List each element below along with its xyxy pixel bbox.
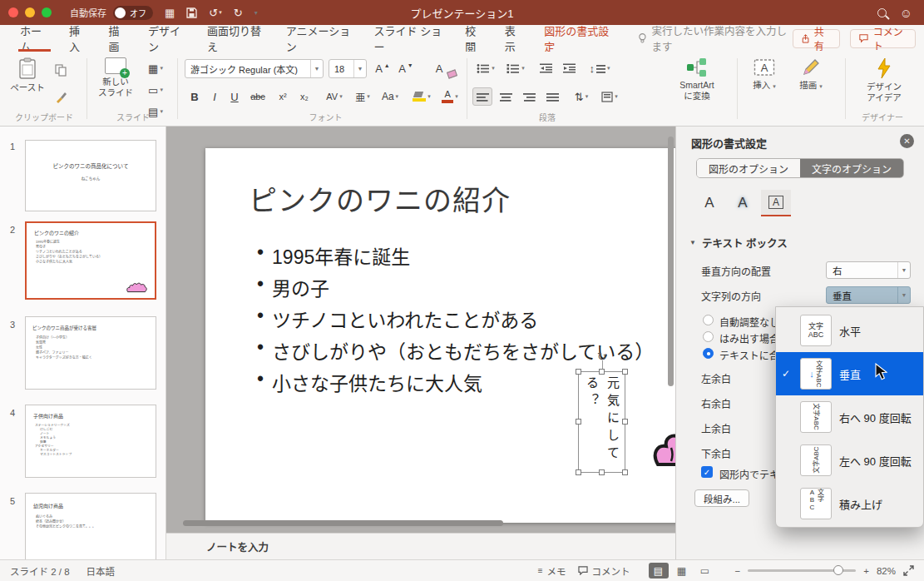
reset-slide-button[interactable]: ▭▾ [141, 82, 170, 98]
menu-item-horizontal[interactable]: 文字ABC 水平 [776, 309, 923, 352]
menu-item-r[interactable]: 文字ABC 右へ 90 度回転 [776, 395, 923, 439]
bullets-button[interactable]: ▾ [472, 59, 499, 77]
text-direction-button[interactable]: ⇅▾ [569, 87, 594, 106]
thumbnail-slide-4[interactable]: 子供向け商品 ステーショナリーグッズ けしごむ ノート メモちょう 鉛筆 アクセ… [25, 405, 156, 478]
close-panel-icon[interactable]: ✕ [900, 134, 914, 148]
bold-button[interactable]: B [186, 87, 203, 106]
text-direction-select[interactable]: 垂直 ▼ [826, 286, 911, 304]
zoom-slider-knob[interactable] [833, 565, 843, 575]
italic-button[interactable]: I [206, 87, 223, 106]
insert-text-box-button[interactable]: A 挿入 ▾ [745, 57, 783, 91]
align-center-button[interactable] [496, 87, 516, 106]
scrollbar-thumb[interactable] [183, 520, 503, 526]
resize-handle-n[interactable] [599, 369, 605, 375]
vertical-alignment-select[interactable]: 右 ▼ [826, 261, 911, 279]
minimize-window-button[interactable] [25, 7, 35, 17]
redo-icon[interactable]: ↻ [234, 7, 243, 19]
slide-bullet[interactable]: •1995年春に誕生 [257, 241, 410, 270]
ribbon-grid-icon[interactable]: ▦ [165, 7, 175, 19]
clear-formatting-button[interactable]: A [427, 59, 451, 78]
share-button[interactable]: 共有 [793, 29, 840, 48]
align-left-button[interactable] [472, 87, 492, 106]
slide-layout-button[interactable]: ▦▾ [141, 60, 170, 77]
undo-icon[interactable]: ↺▾ [209, 7, 221, 19]
menu-item-stacked[interactable]: 文字ABC 積み上げ [776, 482, 923, 525]
slide-canvas[interactable]: ピンクのワニの紹介 •1995年春に誕生 •男の子 •ツチノコといわれたことがあ… [205, 148, 675, 523]
justify-button[interactable] [542, 87, 562, 106]
design-ideas-button[interactable]: デザインアイデア [853, 57, 915, 103]
save-icon[interactable] [186, 7, 197, 18]
tab-insert[interactable]: 挿入 [59, 25, 99, 52]
format-painter-button[interactable] [52, 88, 70, 105]
tab-shape-options[interactable]: 図形のオプション [697, 159, 800, 177]
align-text-vertical-button[interactable]: ▾ [597, 87, 622, 106]
slideshow-view-button[interactable]: ▭ [695, 563, 715, 579]
decrease-indent-button[interactable] [536, 59, 556, 77]
thumbnail-slide-5[interactable]: 幼児向け商品 ぬいぐるみ 絵本（読み聞かせ） その他幼児とピンクのワニを見て。。… [25, 493, 156, 559]
draw-button[interactable]: 描画 ▾ [792, 57, 830, 91]
new-slide-button[interactable]: 新しい スライド [93, 57, 138, 98]
font-color-button[interactable]: A▾ [437, 87, 462, 106]
zoom-out-button[interactable]: − [735, 566, 741, 576]
tab-review[interactable]: 校閲 [455, 25, 495, 52]
zoom-in-button[interactable]: + [863, 566, 869, 576]
zoom-window-button[interactable] [42, 7, 52, 17]
thumbnail-slide-2[interactable]: ピンクのワニの紹介 1995年春に誕生 男の子 ツチノコといわれたことがある さ… [25, 221, 156, 300]
close-window-button[interactable] [8, 7, 18, 17]
slide-bullet[interactable]: •小さな子供たちに大人気 [257, 368, 482, 396]
line-spacing-button[interactable]: ↕▾ [586, 59, 614, 77]
radio-no-autofit[interactable] [703, 315, 714, 325]
change-case-button[interactable]: Aa▾ [378, 87, 403, 106]
thumbnail-slide-3[interactable]: ピンクのワニ商品が受ける客層 子供向け（～小学生） 気弱男 女性 親子ペア、ファ… [25, 316, 156, 390]
textbox-section-header[interactable]: ▼テキスト ボックス [689, 235, 788, 251]
highlight-color-button[interactable]: ▾ [409, 87, 434, 106]
slide-bullet[interactable]: •男の子 [257, 273, 329, 301]
strikethrough-button[interactable]: abc [246, 87, 269, 106]
shrink-font-button[interactable]: A▼ [396, 59, 416, 78]
notes-toggle-button[interactable]: ≡メモ [538, 564, 566, 578]
copy-button[interactable] [52, 62, 70, 78]
fullscreen-icon[interactable] [903, 565, 914, 576]
font-name-combobox[interactable]: 游ゴシック Regular (本文) ▼ [185, 59, 324, 78]
wrap-text-checkbox[interactable]: ✓ [701, 466, 713, 478]
character-spacing-button[interactable]: AV▾ [321, 87, 348, 106]
slide-title[interactable]: ピンクのワニの紹介 [249, 178, 511, 219]
resize-handle-sw[interactable] [576, 469, 581, 475]
resize-handle-w[interactable] [576, 419, 581, 425]
vertical-scrollbar[interactable] [668, 137, 674, 386]
notes-pane[interactable]: ノートを入力 [166, 533, 675, 559]
thumbnail-slide-1[interactable]: ピンクのワニの商品化について ねこちゃん [25, 140, 156, 211]
tell-me-box[interactable]: 実行したい作業内容を入力します [638, 22, 793, 54]
menu-item-vertical[interactable]: ✓ ↓文字ABC 垂直 [776, 352, 923, 395]
text-effects-icon[interactable]: A [728, 190, 758, 216]
autosave-toggle[interactable]: オフ [113, 6, 153, 20]
tab-draw[interactable]: 描画 [99, 25, 139, 52]
normal-view-button[interactable]: ▤ [649, 563, 669, 579]
superscript-button[interactable]: x² [273, 87, 293, 106]
tab-home[interactable]: ホーム [10, 25, 59, 52]
language-indicator[interactable]: 日本語 [86, 564, 116, 578]
horizontal-scrollbar[interactable] [178, 520, 664, 526]
selected-vertical-textbox[interactable]: 元気にしてる？ ↻ [578, 371, 625, 473]
slide-bullet[interactable]: •ツチノコといわれたことがある [257, 305, 538, 333]
text-fill-outline-icon[interactable]: A [694, 190, 724, 216]
resize-handle-s[interactable] [599, 469, 605, 475]
feedback-smiley-icon[interactable]: ☺ [900, 6, 912, 20]
resize-handle-ne[interactable] [622, 369, 628, 375]
tab-transitions[interactable]: 画面切り替え [197, 25, 276, 52]
slide-bullet[interactable]: •さびしがりや（おともだちをさがしている） [257, 336, 654, 365]
tab-design[interactable]: デザイン [138, 25, 197, 52]
zoom-slider[interactable] [748, 569, 856, 572]
resize-handle-e[interactable] [622, 419, 628, 425]
search-icon[interactable] [877, 8, 887, 17]
numbering-button[interactable]: ▾ [502, 59, 529, 77]
convert-to-smartart-button[interactable]: SmartArtに変換 [662, 57, 732, 102]
resize-handle-se[interactable] [622, 469, 628, 475]
paste-button[interactable]: ペースト [7, 57, 48, 93]
grow-font-button[interactable]: A▲ [373, 59, 393, 78]
align-right-button[interactable] [519, 87, 539, 106]
menu-item-l[interactable]: 文字ABC 左へ 90 度回転 [776, 439, 923, 482]
slide-sorter-view-button[interactable]: ▦ [672, 563, 692, 579]
font-size-combobox[interactable]: 18 ▼ [329, 59, 367, 78]
pink-crocodile-drawing[interactable] [653, 416, 675, 469]
